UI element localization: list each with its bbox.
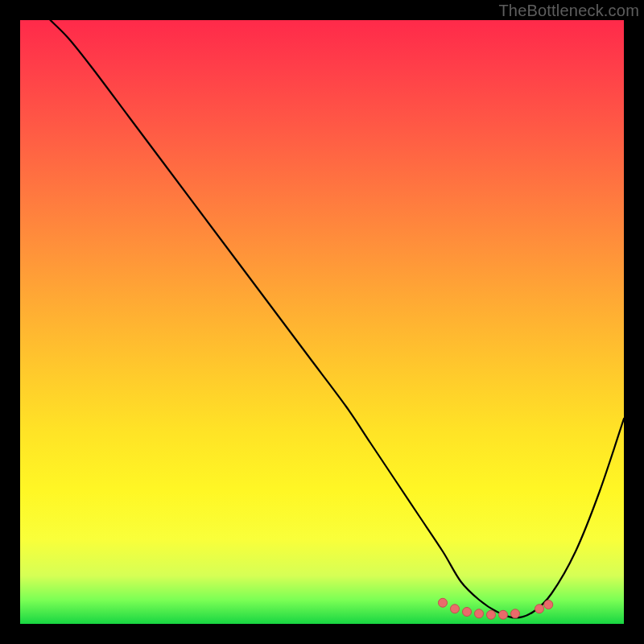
trough-marker [544,601,553,609]
trough-marker [535,605,544,613]
trough-marker [487,610,496,619]
trough-marker [499,610,508,619]
chart-frame: TheBottleneck.com [0,0,644,644]
plot-area [20,20,624,624]
watermark-text: TheBottleneck.com [498,2,639,20]
trough-markers [439,598,553,619]
trough-marker [463,608,472,617]
trough-marker [451,605,460,613]
plot-svg [20,20,624,624]
trough-marker [439,598,448,607]
trough-marker [511,609,520,618]
bottleneck-curve [51,20,625,618]
trough-marker [475,609,484,618]
